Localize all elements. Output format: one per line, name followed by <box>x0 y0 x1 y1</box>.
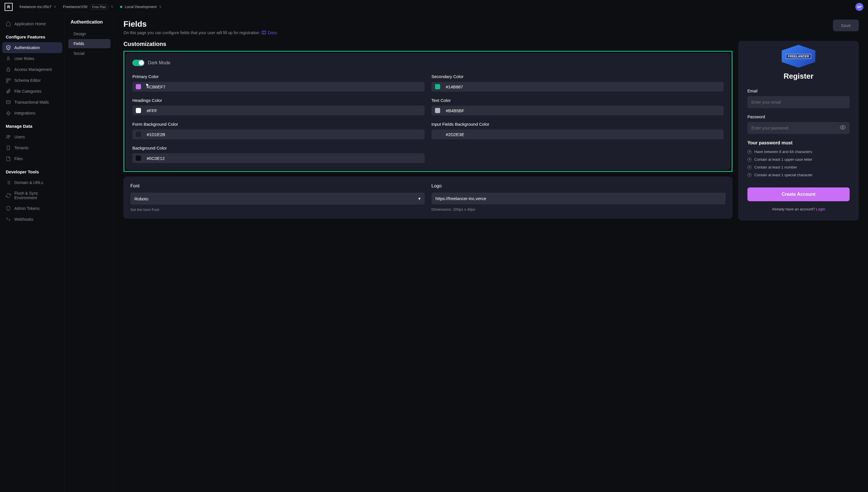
workspace-selector[interactable]: FreelancerV30 Free Plan ⇅ <box>63 4 113 9</box>
color-input[interactable]: #0C0E12 <box>132 153 425 163</box>
puzzle-icon <box>6 110 11 116</box>
main-content: Fields On this page you can configure fi… <box>114 14 868 492</box>
sidebar-item-flush-sync[interactable]: Flush & Sync Environment <box>2 188 62 203</box>
password-rule: ✕Have between 8 and 64 characters <box>747 150 850 154</box>
sidebar-item-users[interactable]: Users <box>2 131 62 142</box>
dark-mode-label: Dark Mode <box>148 60 170 66</box>
save-button[interactable]: Save <box>833 20 859 31</box>
color-value: #CB6EF7 <box>147 84 421 89</box>
color-swatch <box>136 84 141 89</box>
create-account-button[interactable]: Create Account <box>747 188 850 201</box>
sub-item-fields[interactable]: Fields <box>68 39 111 48</box>
color-label: Primary Color <box>132 74 425 79</box>
color-swatch <box>435 132 440 137</box>
logo-input[interactable] <box>432 193 726 204</box>
password-rule: ✕Contain at least 1 upper-case letter <box>747 157 850 162</box>
chevron-updown-icon: ⇅ <box>111 5 113 8</box>
sidebar-item-user-roles[interactable]: User Roles <box>2 53 62 64</box>
color-field: Secondary Color #14B887 <box>432 74 724 92</box>
color-input[interactable]: #1D1E2B <box>132 129 425 139</box>
password-rules-title: Your password must <box>747 140 850 146</box>
sidebar-item-access-management[interactable]: Access Management <box>2 64 62 75</box>
password-label: Password <box>747 115 850 119</box>
svg-rect-4 <box>6 81 8 82</box>
page-title: Fields <box>123 20 277 29</box>
password-input[interactable] <box>747 122 850 134</box>
app-logo[interactable]: R <box>5 3 13 11</box>
color-input[interactable]: #14B887 <box>432 82 724 92</box>
svg-point-0 <box>7 57 9 58</box>
font-value: Roboto <box>135 196 148 201</box>
svg-rect-8 <box>7 146 10 150</box>
sidebar-item-domain-urls[interactable]: Domain & URLs <box>2 177 62 188</box>
building-icon <box>6 145 11 150</box>
status-dot-icon <box>120 6 122 8</box>
color-field: Background Color #0C0E12 <box>132 146 425 163</box>
avatar[interactable]: EP <box>855 3 863 11</box>
book-icon <box>262 30 266 35</box>
page-description: On this page you can configure fields th… <box>123 30 259 35</box>
sidebar-item-label: Tenants <box>14 146 28 150</box>
sidebar-item-label: Flush & Sync Environment <box>14 191 59 200</box>
svg-point-9 <box>842 127 844 128</box>
font-helper: Set the form Font <box>130 207 425 212</box>
nav-section-header: Configure Features <box>2 29 62 42</box>
list-icon <box>6 180 11 185</box>
sidebar-item-label: Authentication <box>14 45 40 50</box>
sidebar-item-schema-editor[interactable]: Schema Editor <box>2 75 62 86</box>
color-field: Headings Color #FFF <box>132 98 425 115</box>
nav-section-header: Developer Tools <box>2 164 62 177</box>
color-label: Text Color <box>432 98 724 103</box>
docs-link[interactable]: Docs <box>262 30 277 35</box>
sidebar-item-integrations[interactable]: Integrations <box>2 108 62 119</box>
sidebar-item-file-categories[interactable]: File Categories <box>2 86 62 97</box>
env-selector[interactable]: Local Development ⇅ <box>120 5 161 9</box>
sidebar-item-authentication[interactable]: Authentication <box>2 42 62 53</box>
sidebar-item-transactional-mails[interactable]: Transactional Mails <box>2 97 62 108</box>
eye-icon[interactable] <box>840 125 846 131</box>
svg-rect-3 <box>9 79 10 80</box>
color-label: Form Background Color <box>132 122 425 127</box>
email-input[interactable] <box>747 96 850 108</box>
font-select[interactable]: Roboto ▾ <box>130 193 425 205</box>
color-label: Background Color <box>132 146 425 150</box>
color-value: #2D2E3E <box>446 132 720 137</box>
chevron-updown-icon: ⇅ <box>159 5 161 8</box>
color-input[interactable]: #B4B5BF <box>432 106 724 115</box>
svg-point-7 <box>9 136 10 137</box>
color-swatch <box>136 132 141 137</box>
svg-rect-2 <box>6 79 8 80</box>
color-field: Form Background Color #1D1E2B <box>132 122 425 139</box>
sidebar-item-label: Files <box>14 156 23 161</box>
color-input[interactable]: #2D2E3E <box>432 129 724 139</box>
password-rule: ✕Contain at least 1 number <box>747 165 850 169</box>
preview-title: Register <box>747 72 850 81</box>
color-label: Headings Color <box>132 98 425 103</box>
color-input[interactable]: #FFF <box>132 106 425 115</box>
sidebar-item-webhooks[interactable]: Webhooks <box>2 214 62 225</box>
sidebar-item-admin-tokens[interactable]: Admin Tokens <box>2 203 62 214</box>
topbar: R freelancer-inc-05c7 ⇅ FreelancerV30 Fr… <box>0 0 868 14</box>
circle-x-icon: ✕ <box>747 157 751 162</box>
sidebar-item-tenants[interactable]: Tenants <box>2 142 62 153</box>
color-label: Secondary Color <box>432 74 724 79</box>
project-selector[interactable]: freelancer-inc-05c7 ⇅ <box>20 5 56 9</box>
color-value: #0C0E12 <box>147 156 421 161</box>
users-icon <box>6 134 11 140</box>
sidebar-item-label: Admin Tokens <box>14 206 40 211</box>
color-swatch <box>136 155 141 161</box>
sub-item-social[interactable]: Social <box>68 49 111 58</box>
sidebar-item-app-home[interactable]: Application Home <box>2 18 62 29</box>
sub-sidebar-title: Authentication <box>68 20 111 29</box>
color-swatch <box>435 108 440 113</box>
login-link[interactable]: Login <box>816 207 825 211</box>
sidebar-item-label: Domain & URLs <box>14 180 43 185</box>
color-swatch <box>435 84 440 89</box>
password-rule: ✕Contain at least 1 special character <box>747 173 850 177</box>
user-icon <box>6 56 11 61</box>
color-input[interactable]: #CB6EF7 <box>132 82 425 92</box>
dark-mode-toggle[interactable] <box>132 60 144 66</box>
sub-item-design[interactable]: Design <box>68 29 111 39</box>
main-sidebar: Application Home Configure Features Auth… <box>0 14 65 492</box>
sidebar-item-files[interactable]: Files <box>2 153 62 164</box>
